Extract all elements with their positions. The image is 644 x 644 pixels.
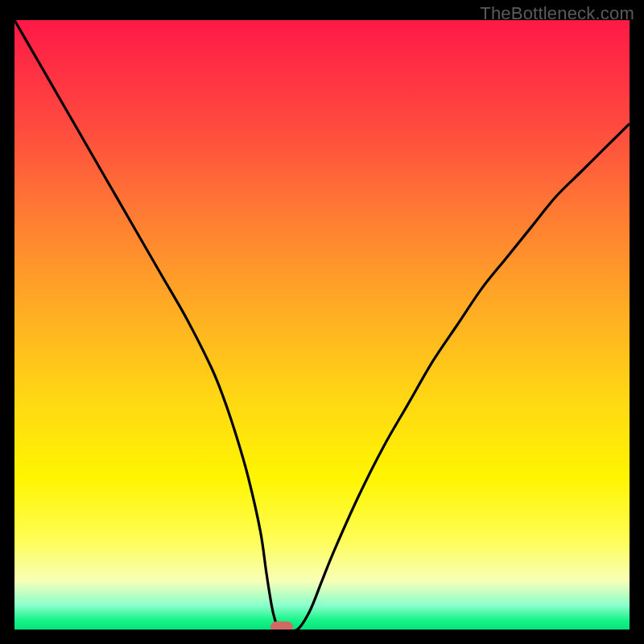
chart-optimum-marker (270, 621, 293, 630)
chart-curve-path (14, 20, 630, 630)
chart-plot-area (14, 20, 630, 630)
chart-curve-svg (14, 20, 630, 630)
watermark-text: TheBottleneck.com (480, 3, 634, 24)
